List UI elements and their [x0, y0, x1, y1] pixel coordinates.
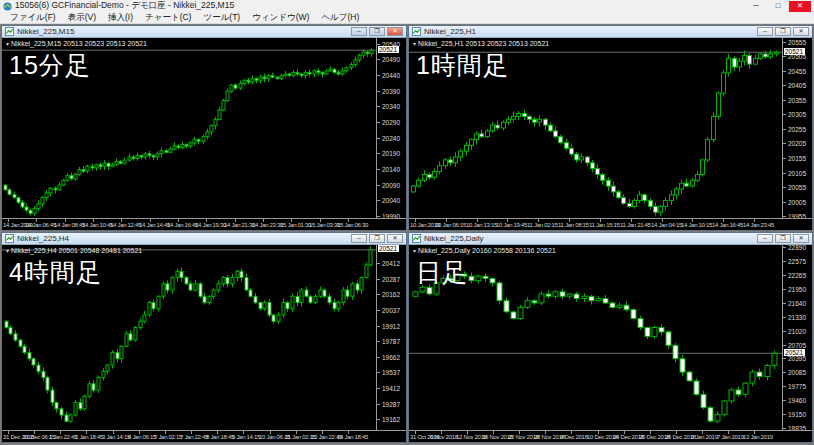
price-tick — [377, 44, 380, 45]
timeframe-label: 15分足 — [9, 49, 91, 82]
child-minimize-button[interactable]: ─ — [351, 27, 367, 36]
close-button[interactable]: ✕ — [789, 1, 811, 12]
price-axis[interactable]: 2054020490204402039020340202902024020190… — [376, 38, 406, 218]
price-tick-label: 20440 — [382, 72, 400, 79]
child-minimize-button[interactable]: ─ — [757, 234, 773, 243]
price-tick-label: 20085 — [788, 369, 806, 376]
time-tick-label: 15 Jan 03:30 — [309, 222, 340, 228]
price-tick-label: 21950 — [788, 286, 806, 293]
timeframe-label: 1時間足 — [416, 49, 509, 82]
time-tick-label: 15 Jan 06:30 — [337, 222, 368, 228]
chart-window-m15: Nikkei_225,M15 ─❐✕ ▾Nikkei_225,M15 20513… — [1, 25, 407, 231]
time-axis[interactable]: 10 Jan 201910 Jan 06:1510 Jan 13:1510 Ja… — [409, 218, 812, 230]
chart-window-titlebar[interactable]: Nikkei_225,H4 ─❐✕ — [2, 233, 406, 245]
time-tick-label: 14 Jan 14:45 — [139, 222, 170, 228]
time-tick-label: 1 Jan 22:45 — [49, 434, 77, 440]
price-tick-label: 21330 — [788, 314, 806, 321]
chart-window-titlebar[interactable]: Nikkei_225,H1 ─❐✕ — [409, 26, 812, 38]
price-tick-label: 20340 — [382, 103, 400, 110]
menu-item-file[interactable]: ファイル(F) — [4, 12, 62, 24]
price-tick-label: 20287 — [382, 276, 400, 283]
chart-window-titlebar[interactable]: Nikkei_225,Daily ─❐✕ — [409, 233, 812, 245]
price-tick — [377, 122, 380, 123]
price-tick — [783, 331, 786, 332]
chart-area[interactable]: ▾Nikkei_225,H4 20501 20548 20481 20521 4… — [2, 245, 406, 442]
time-tick-label: 14 Jan 08:45 — [54, 222, 85, 228]
ohlc-arrow-icon: ▾ — [413, 248, 416, 254]
price-tick-label: 19912 — [382, 323, 400, 330]
ohlc-readout: ▾Nikkei_225,H1 20513 20523 20513 20521 — [413, 40, 549, 47]
price-axis[interactable]: 2055520505204552040520355203052025520205… — [782, 38, 812, 218]
time-tick-label: 10 Jan 19:45 — [496, 222, 527, 228]
child-minimize-button[interactable]: ─ — [351, 234, 367, 243]
price-tick — [377, 106, 380, 107]
time-axis[interactable]: 31 Oct 20186 Nov 201812 Nov 201816 Nov 2… — [409, 430, 812, 442]
time-tick-label: 8 Jan 18:45 — [206, 434, 234, 440]
price-tick-label: 20412 — [382, 260, 400, 267]
price-axis[interactable]: 2041220287201622003719912197871966219537… — [376, 245, 406, 430]
child-close-button[interactable]: ✕ — [793, 234, 809, 243]
price-tick — [377, 153, 380, 154]
menu-item-window[interactable]: ウィンドウ(W) — [246, 12, 315, 24]
chart-area[interactable]: ▾Nikkei_225,M15 20513 20523 20513 20521 … — [2, 38, 406, 230]
minimize-button[interactable]: ─ — [745, 1, 767, 12]
time-tick-label: 14 Jan 04:15 — [651, 222, 682, 228]
ohlc-arrow-icon: ▾ — [413, 41, 416, 47]
child-close-button[interactable]: ✕ — [387, 234, 403, 243]
chart-window-title: Nikkei_225,M15 — [17, 27, 74, 36]
child-restore-button[interactable]: ❐ — [775, 27, 791, 36]
chart-area[interactable]: ▾Nikkei_225,Daily 20160 20558 20136 2052… — [409, 245, 812, 442]
price-tick — [783, 173, 786, 174]
price-tick-label: 20455 — [788, 68, 806, 75]
window-titlebar[interactable]: 15056(6) GCFinancial-Demo - デモ口座 - Nikke… — [0, 0, 814, 12]
price-tick — [377, 59, 380, 60]
child-close-button[interactable]: ✕ — [387, 27, 403, 36]
time-tick-label: 11 Jan 08:15 — [558, 222, 589, 228]
timeframe-label: 4時間足 — [9, 256, 102, 289]
time-tick-label: 14 Jan 23:30 — [252, 222, 283, 228]
time-axis[interactable]: 31 Dec 201831 Dec 06:151 Jan 22:452 Jan … — [2, 430, 406, 442]
price-tick — [783, 372, 786, 373]
price-tick-label: 20105 — [788, 170, 806, 177]
time-tick-label: 14 Jan 23:45 — [743, 222, 774, 228]
menu-item-insert[interactable]: 挿入(I) — [102, 12, 139, 24]
price-tick — [783, 317, 786, 318]
price-tick — [783, 400, 786, 401]
time-tick-label: 14 Jan 18:45 — [337, 434, 368, 440]
price-tick-label: 19537 — [382, 369, 400, 376]
time-tick-label: 14 Jan 16:45 — [167, 222, 198, 228]
menu-item-help[interactable]: ヘルプ(H) — [315, 12, 365, 24]
price-tick — [783, 100, 786, 101]
window-title: 15056(6) GCFinancial-Demo - デモ口座 - Nikke… — [15, 0, 234, 12]
chart-icon — [412, 234, 421, 243]
child-minimize-button[interactable]: ─ — [757, 27, 773, 36]
price-tick — [783, 247, 786, 248]
menu-item-tools[interactable]: ツール(T) — [197, 12, 246, 24]
time-axis[interactable]: 14 Jan 201914 Jan 06:4514 Jan 08:4514 Ja… — [2, 218, 406, 230]
time-tick-label: 15 Jan 01:30 — [280, 222, 311, 228]
maximize-button[interactable]: □ — [767, 1, 789, 12]
price-tick-label: 19162 — [382, 416, 400, 423]
chart-window-titlebar[interactable]: Nikkei_225,M15 ─❐✕ — [2, 26, 406, 38]
menu-item-chart[interactable]: チャート(C) — [139, 12, 197, 24]
price-tick — [377, 294, 380, 295]
price-tick-label: 22575 — [788, 258, 806, 265]
price-tick-label: 19150 — [788, 411, 806, 418]
menu-item-view[interactable]: 表示(V) — [62, 12, 102, 24]
child-restore-button[interactable]: ❐ — [369, 27, 385, 36]
price-tick — [783, 289, 786, 290]
price-tick — [377, 326, 380, 327]
chart-area[interactable]: ▾Nikkei_225,H1 20513 20523 20513 20521 1… — [409, 38, 812, 230]
price-tick-label: 20155 — [788, 155, 806, 162]
price-tick-label: 20162 — [382, 291, 400, 298]
child-close-button[interactable]: ✕ — [793, 27, 809, 36]
chart-icon — [5, 234, 14, 243]
chart-window-daily: Nikkei_225,Daily ─❐✕ ▾Nikkei_225,Daily 2… — [408, 232, 813, 443]
child-restore-button[interactable]: ❐ — [775, 234, 791, 243]
price-tick — [377, 372, 380, 373]
price-tick — [783, 428, 786, 429]
price-axis[interactable]: 2289022575222652195021640213302102020705… — [782, 245, 812, 430]
price-tick — [783, 158, 786, 159]
time-tick-label: 6 Nov 2018 — [430, 434, 458, 440]
child-restore-button[interactable]: ❐ — [369, 234, 385, 243]
